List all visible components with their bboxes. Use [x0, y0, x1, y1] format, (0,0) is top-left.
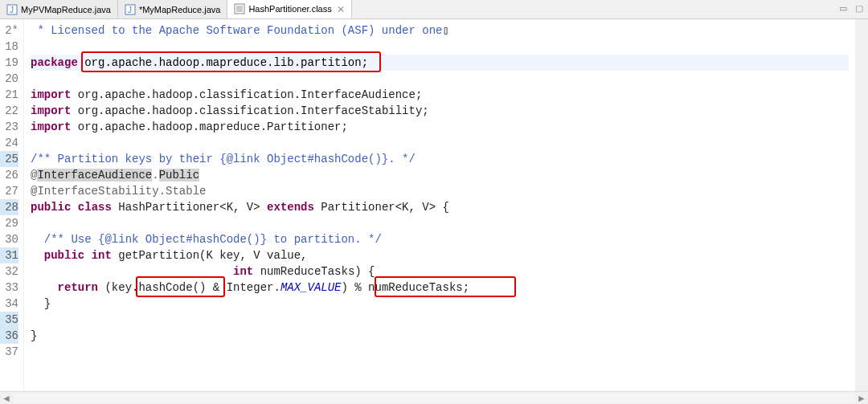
code-line: [31, 39, 849, 55]
scroll-left-icon[interactable]: ◄: [0, 392, 13, 405]
code-line: @InterfaceStability.Stable: [31, 183, 849, 199]
scrollbar-track[interactable]: [13, 394, 855, 403]
code-line: @InterfaceAudience.Public: [31, 167, 849, 183]
code-line: package org.apache.hadoop.mapreduce.lib.…: [31, 55, 849, 71]
line-number: 19: [0, 55, 18, 71]
tab-bar: JMyPVMapReduce.javaJ*MyMapReduce.javaHas…: [0, 0, 868, 19]
code-line: }: [31, 328, 849, 344]
tab-label: MyPVMapReduce.java: [21, 5, 111, 14]
code-line: [31, 71, 849, 87]
class-file-icon: [234, 3, 245, 14]
editor-area: 2*18192021222324252627282930313233343536…: [0, 19, 855, 391]
tab-label: HashPartitioner.class: [248, 4, 331, 14]
svg-rect-5: [236, 6, 243, 12]
editor-wrap: 2*18192021222324252627282930313233343536…: [0, 19, 868, 391]
code-line: import org.apache.hadoop.mapreduce.Parti…: [31, 119, 849, 135]
tab-label: *MyMapReduce.java: [139, 5, 221, 14]
line-number: 2*: [0, 22, 18, 39]
tab-1[interactable]: J*MyMapReduce.java: [118, 0, 228, 18]
maximize-icon[interactable]: ▢: [854, 2, 865, 14]
code-line: public class HashPartitioner<K, V> exten…: [31, 199, 849, 215]
java-file-icon: J: [125, 4, 136, 15]
code-editor[interactable]: * Licensed to the Apache Software Founda…: [24, 19, 855, 391]
code-line: /** Use {@link Object#hashCode()} to par…: [31, 231, 849, 247]
line-number: 29: [0, 215, 18, 231]
code-line: /** Partition keys by their {@link Objec…: [31, 151, 849, 167]
svg-text:J: J: [10, 6, 14, 14]
line-number-gutter: 2*18192021222324252627282930313233343536…: [0, 19, 24, 391]
line-number: 23: [0, 119, 18, 135]
tab-2[interactable]: HashPartitioner.class⨯: [227, 0, 351, 18]
code-line: public int getPartition(K key, V value,: [31, 247, 849, 263]
window-controls: ▭ ▢: [837, 2, 865, 14]
code-line: [31, 135, 849, 151]
java-file-icon: J: [6, 4, 18, 15]
vertical-scrollbar[interactable]: [855, 19, 868, 391]
line-number: 20: [0, 71, 18, 87]
line-number: 37: [0, 344, 18, 360]
line-number: 25: [0, 151, 18, 167]
code-line: [31, 312, 849, 328]
line-number: 34: [0, 296, 18, 312]
line-number: 24: [0, 135, 18, 151]
line-number: 31: [0, 247, 18, 263]
close-icon[interactable]: ⨯: [337, 3, 345, 14]
code-line: [31, 344, 849, 360]
code-line: import org.apache.hadoop.classification.…: [31, 103, 849, 119]
code-line: import org.apache.hadoop.classification.…: [31, 87, 849, 103]
line-number: 26: [0, 167, 18, 183]
line-number: 28: [0, 199, 18, 215]
code-line: return (key.hashCode() & Integer.MAX_VAL…: [31, 280, 849, 296]
code-line: int numReduceTasks) {: [31, 263, 849, 280]
line-number: 27: [0, 183, 18, 199]
line-number: 22: [0, 103, 18, 119]
line-number: 36: [0, 328, 18, 344]
line-number: 33: [0, 280, 18, 296]
code-line: [31, 215, 849, 231]
line-number: 30: [0, 231, 18, 247]
line-number: 35: [0, 312, 18, 328]
code-line: }: [31, 296, 849, 312]
line-number: 18: [0, 39, 18, 55]
tab-0[interactable]: JMyPVMapReduce.java: [0, 0, 118, 18]
svg-text:J: J: [128, 6, 132, 14]
line-number: 21: [0, 87, 18, 103]
minimize-icon[interactable]: ▭: [837, 2, 849, 14]
horizontal-scrollbar[interactable]: ◄ ►: [0, 391, 868, 404]
scroll-right-icon[interactable]: ►: [855, 392, 868, 405]
line-number: 32: [0, 263, 18, 280]
code-line: * Licensed to the Apache Software Founda…: [31, 22, 849, 39]
